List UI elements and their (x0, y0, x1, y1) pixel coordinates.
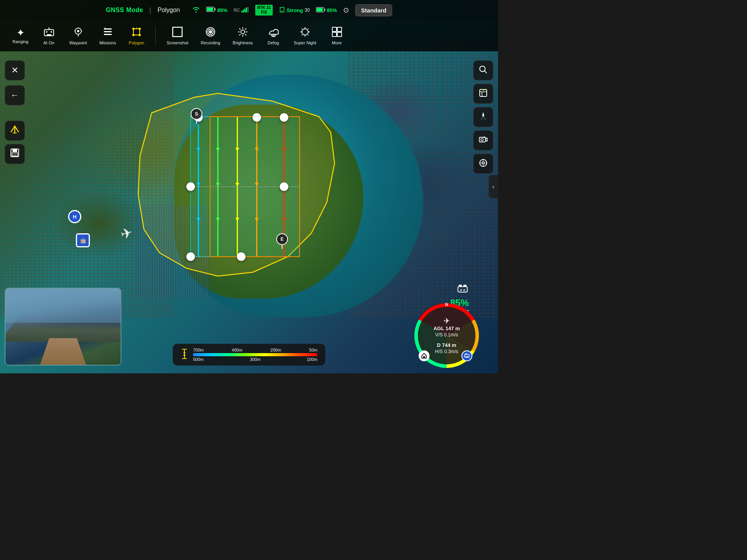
svg-point-54 (132, 28, 135, 30)
recording-icon (205, 26, 216, 39)
waypoint-4[interactable] (186, 182, 195, 191)
end-marker: E (276, 233, 288, 249)
takeoff-button[interactable] (5, 121, 25, 141)
tool-brightness[interactable]: Brightness (228, 24, 258, 47)
waypoint-3[interactable] (280, 113, 288, 122)
tool-waypoint[interactable]: Waypoint (65, 24, 91, 47)
brightness-icon (237, 26, 248, 39)
tool-screenshot[interactable]: Screenshot (162, 24, 193, 47)
waypoint-6[interactable] (186, 252, 195, 261)
svg-point-55 (139, 28, 141, 30)
ranging-icon: ✦ (16, 28, 25, 38)
search-icon (479, 65, 487, 76)
svg-rect-28 (207, 8, 213, 11)
tool-recording[interactable]: Recording (196, 24, 225, 47)
distance-value: D 744 m (437, 342, 456, 348)
wifi-icon (192, 7, 200, 14)
takeoff-icon (10, 124, 20, 137)
signal-num: 30 (305, 7, 310, 13)
svg-rect-36 (324, 9, 325, 11)
recording-label: Recording (201, 40, 220, 45)
compass-button[interactable] (473, 107, 493, 127)
svg-point-106 (484, 136, 485, 138)
camera-settings-button[interactable] (473, 130, 493, 150)
compass-drone-icon (461, 350, 472, 361)
close-button[interactable]: ✕ (5, 60, 25, 80)
svg-rect-30 (243, 10, 244, 12)
legend-50m: 50m (309, 348, 317, 352)
ranging-label: Ranging (12, 39, 28, 44)
search-button[interactable] (473, 60, 493, 80)
svg-rect-51 (104, 34, 112, 35)
tool-missions[interactable]: Missions (95, 24, 121, 47)
tool-polygon[interactable]: Polygon (124, 24, 149, 47)
rtk-label: RTK 21 (257, 5, 270, 10)
svg-point-129 (467, 356, 468, 357)
compass-dial: N ✈ AGL 147 m V/S 0.1m/s D 744 m H/S 0.3… (414, 303, 477, 366)
svg-rect-84 (337, 27, 342, 32)
battery-icon (206, 7, 216, 14)
rc-label: RC (233, 8, 240, 12)
svg-rect-85 (332, 32, 337, 37)
waypoint-7[interactable] (237, 252, 245, 261)
back-button[interactable]: ← (5, 85, 25, 105)
compass-home-icon (419, 350, 430, 361)
svg-rect-92 (13, 154, 16, 156)
screenshot-icon (172, 26, 183, 39)
waypoint-2[interactable] (253, 113, 261, 122)
ai-icon (44, 26, 54, 39)
svg-line-101 (483, 117, 486, 120)
gnss-mode-label: GNSS Mode (106, 7, 143, 14)
home-marker: H (68, 210, 81, 223)
scale-icon (181, 348, 188, 361)
legend-700m: 700m (193, 348, 204, 352)
compass-north: N (445, 302, 448, 307)
super-night-icon (300, 26, 310, 39)
svg-line-70 (245, 28, 246, 30)
vs-value: V/S 0.1m/s (435, 332, 458, 338)
tool-ranging[interactable]: ✦ Ranging (8, 25, 33, 46)
polygon-label: Polygon (129, 40, 144, 45)
svg-line-82 (302, 35, 302, 35)
tool-ai-on[interactable]: AI On (36, 24, 61, 47)
save-button[interactable] (5, 144, 25, 164)
standard-button[interactable]: Standard (355, 4, 392, 16)
svg-line-100 (481, 117, 483, 120)
svg-line-68 (239, 28, 240, 30)
save-icon (10, 148, 19, 160)
back-icon: ← (11, 90, 19, 100)
super-night-label: Super Night (294, 40, 316, 45)
locate-icon (479, 159, 487, 169)
tool-super-night[interactable]: Super Night (289, 24, 321, 47)
chevron-left-icon: ‹ (493, 184, 494, 190)
status-bar: GNSS Mode | Polygon 85% RC (0, 0, 498, 20)
status-icons-row (443, 284, 469, 296)
svg-point-39 (46, 31, 47, 33)
battery-pct-2: 85% (327, 7, 337, 13)
phone-icon (279, 7, 285, 14)
polygon-mode-label: Polygon (158, 7, 180, 14)
layers-button[interactable] (473, 84, 493, 104)
svg-marker-116 (183, 351, 186, 353)
waypoint-5[interactable] (280, 182, 288, 191)
svg-rect-49 (104, 28, 112, 30)
status-divider: | (149, 6, 151, 14)
compass-up-icon (479, 112, 487, 122)
svg-point-74 (302, 29, 308, 35)
svg-point-63 (241, 30, 245, 34)
right-panel-toggle[interactable]: ‹ (489, 175, 498, 198)
tool-defog[interactable]: Defog (261, 24, 286, 47)
toolbar-divider (155, 26, 156, 46)
legend-bar: 700m 400m 200m 50m 500m 300m 100m (173, 344, 325, 366)
svg-rect-53 (133, 29, 140, 35)
compass-plane-icon: ✈ (444, 317, 450, 325)
locate-button[interactable] (473, 154, 493, 174)
legend-gradient (193, 353, 317, 356)
svg-rect-50 (104, 31, 112, 32)
svg-line-69 (245, 34, 246, 35)
legend-500m: 500m (193, 357, 204, 362)
close-icon: ✕ (11, 65, 18, 75)
tool-more[interactable]: More (324, 24, 349, 47)
svg-rect-27 (214, 8, 216, 10)
waypoint-icon (73, 26, 84, 39)
